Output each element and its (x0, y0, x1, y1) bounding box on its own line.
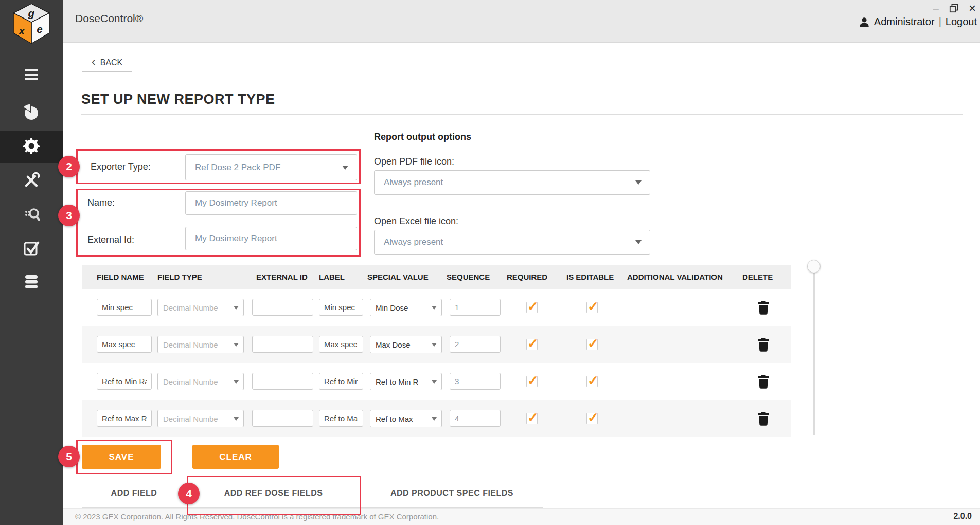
column-header: FIELD TYPE (157, 265, 202, 289)
close-button[interactable]: × (969, 3, 976, 14)
label-input[interactable] (319, 299, 363, 316)
exporter-type-select[interactable]: Ref Dose 2 Pack PDF (185, 154, 357, 180)
required-checkbox[interactable] (526, 302, 538, 313)
label-input[interactable] (319, 336, 363, 353)
chevron-down-icon (234, 417, 239, 421)
chevron-down-icon (432, 417, 437, 421)
tools-icon[interactable] (23, 172, 40, 189)
table-row: Decimal Numbe Ref to Min R (82, 363, 791, 400)
label-input[interactable] (319, 410, 363, 427)
column-header: EXTERNAL ID (256, 265, 308, 289)
app-window: DoseControl® – × Administrator | Logout … (0, 0, 980, 525)
external-id-label: External Id: (87, 234, 134, 245)
sequence-input[interactable] (450, 299, 501, 316)
open-excel-select[interactable]: Always present (374, 230, 650, 255)
title-divider (81, 114, 963, 115)
table-header-row: FIELD NAMEFIELD TYPEEXTERNAL IDLABELSPEC… (82, 265, 791, 289)
field-type-select[interactable]: Decimal Numbe (157, 299, 244, 316)
table-row: Decimal Numbe Min Dose (82, 289, 791, 326)
restore-button[interactable] (949, 4, 958, 13)
delete-button[interactable] (756, 299, 771, 316)
trash-icon (757, 375, 770, 389)
editable-checkbox[interactable] (586, 339, 598, 350)
pie-chart-icon[interactable] (23, 104, 40, 121)
table-scrollbar-thumb[interactable] (807, 260, 821, 273)
report-output-options-title: Report output options (374, 132, 471, 142)
chevron-down-icon (432, 343, 437, 347)
delete-button[interactable] (756, 336, 771, 353)
logout-link[interactable]: Logout (946, 16, 977, 28)
label-input[interactable] (319, 373, 363, 390)
annotation-badge-5: 5 (58, 446, 80, 467)
delete-button[interactable] (756, 410, 771, 427)
editable-checkbox[interactable] (586, 413, 598, 424)
checkbox-icon[interactable] (23, 239, 40, 257)
field-name-input[interactable] (97, 373, 152, 390)
restore-icon (949, 4, 958, 13)
clear-button[interactable]: CLEAR (192, 445, 279, 469)
add-product-spec-fields-button[interactable]: ADD PRODUCT SPEC FIELDS (361, 479, 543, 508)
special-value-select[interactable]: Ref to Min R (370, 373, 442, 390)
name-label: Name: (87, 197, 115, 208)
table-scrollbar-track[interactable] (813, 260, 815, 435)
required-checkbox[interactable] (526, 413, 538, 424)
required-checkbox[interactable] (526, 376, 538, 387)
chevron-down-icon (635, 240, 642, 244)
header-bar (63, 0, 980, 43)
special-value: Min Dose (370, 303, 432, 312)
table-row: Decimal Numbe Max Dose (82, 326, 791, 363)
special-value-select[interactable]: Ref to Max (370, 410, 442, 427)
chevron-down-icon (635, 180, 642, 185)
chevron-down-icon (432, 380, 437, 384)
sequence-input[interactable] (450, 336, 501, 353)
field-type-value: Decimal Numbe (158, 340, 234, 349)
layers-icon[interactable] (23, 273, 40, 291)
required-checkbox[interactable] (526, 339, 538, 350)
external-id-input[interactable] (252, 336, 313, 353)
name-input[interactable] (185, 191, 357, 215)
external-id-input[interactable] (185, 227, 357, 250)
table-row: Decimal Numbe Ref to Max (82, 400, 791, 437)
version-text: 2.0.0 (953, 512, 972, 521)
save-button[interactable]: SAVE (82, 445, 161, 469)
sequence-input[interactable] (450, 373, 501, 390)
back-button[interactable]: ‹ BACK (82, 53, 132, 72)
field-name-input[interactable] (97, 299, 152, 316)
chevron-down-icon (342, 166, 348, 170)
sequence-input[interactable] (450, 410, 501, 427)
account-area: Administrator | Logout (859, 16, 977, 28)
field-type-select[interactable]: Decimal Numbe (157, 373, 244, 390)
field-name-input[interactable] (97, 410, 152, 427)
trash-icon (757, 338, 770, 352)
field-type-select[interactable]: Decimal Numbe (157, 336, 244, 353)
editable-checkbox[interactable] (586, 302, 598, 313)
delete-button[interactable] (756, 373, 771, 390)
special-value: Max Dose (370, 340, 432, 349)
field-type-select[interactable]: Decimal Numbe (157, 410, 244, 427)
editable-checkbox[interactable] (586, 376, 598, 387)
minimize-button[interactable]: – (933, 3, 939, 13)
search-icon[interactable] (23, 206, 40, 223)
external-id-input[interactable] (252, 299, 313, 316)
logo-letter-e: e (37, 23, 42, 35)
open-pdf-select[interactable]: Always present (374, 170, 650, 195)
back-chevron-icon: ‹ (92, 56, 96, 68)
external-id-input[interactable] (252, 410, 313, 427)
column-header: SPECIAL VALUE (367, 265, 429, 289)
special-value-select[interactable]: Max Dose (370, 336, 442, 353)
column-header: IS EDITABLE (566, 265, 614, 289)
special-value: Ref to Max (370, 414, 432, 423)
user-icon (859, 16, 870, 28)
add-ref-dose-fields-button[interactable]: ADD REF DOSE FIELDS (186, 479, 361, 508)
logo-letter-x: x (18, 25, 25, 37)
field-name-input[interactable] (97, 336, 152, 353)
menu-icon[interactable] (23, 66, 40, 83)
app-title: DoseControl® (75, 12, 143, 25)
external-id-input[interactable] (252, 373, 313, 390)
chevron-down-icon (432, 306, 437, 310)
exporter-type-label: Exporter Type: (91, 161, 151, 172)
special-value-select[interactable]: Min Dose (370, 299, 442, 316)
settings-gear-icon[interactable] (23, 137, 40, 155)
field-type-value: Decimal Numbe (158, 377, 234, 386)
add-field-button[interactable]: ADD FIELD (82, 479, 186, 508)
